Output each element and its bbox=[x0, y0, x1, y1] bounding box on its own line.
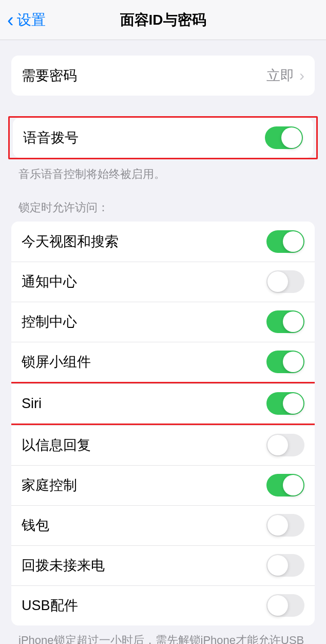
lock-access-toggle[interactable] bbox=[266, 514, 304, 537]
lock-access-row: 家庭控制 bbox=[11, 465, 315, 505]
lock-access-footer: iPhone锁定超过一小时后，需先解锁iPhone才能允许USB配件连接。 bbox=[18, 633, 308, 644]
lock-access-row: 通知中心 bbox=[11, 262, 315, 302]
lock-access-label: 以信息回复 bbox=[22, 436, 266, 454]
voice-dial-footer: 音乐语音控制将始终被启用。 bbox=[18, 167, 308, 182]
lock-access-row: 控制中心 bbox=[11, 302, 315, 342]
chevron-left-icon: ‹ bbox=[7, 10, 14, 30]
lock-access-group: 今天视图和搜索通知中心控制中心锁屏小组件Siri以信息回复家庭控制钱包回拨未接来… bbox=[11, 222, 315, 625]
lock-access-toggle[interactable] bbox=[266, 230, 304, 253]
lock-access-toggle[interactable] bbox=[266, 474, 304, 496]
require-passcode-row[interactable]: 需要密码 立即 › bbox=[11, 56, 315, 96]
lock-access-row: USB配件 bbox=[11, 585, 315, 625]
voice-dial-toggle[interactable] bbox=[265, 126, 303, 149]
lock-access-row: 以信息回复 bbox=[11, 425, 315, 465]
highlight-siri: Siri bbox=[11, 382, 315, 425]
lock-access-row: 今天视图和搜索 bbox=[11, 222, 315, 262]
lock-access-label: 锁屏小组件 bbox=[22, 353, 266, 371]
lock-access-row: Siri bbox=[11, 383, 315, 424]
lock-access-toggle[interactable] bbox=[266, 434, 304, 456]
back-button[interactable]: ‹ 设置 bbox=[7, 10, 46, 30]
lock-access-label: USB配件 bbox=[22, 596, 266, 615]
require-passcode-label: 需要密码 bbox=[22, 66, 266, 85]
lock-access-toggle[interactable] bbox=[266, 554, 304, 577]
lock-access-label: 控制中心 bbox=[22, 312, 266, 331]
lock-access-row: 回拨未接来电 bbox=[11, 545, 315, 585]
lock-access-label: 今天视图和搜索 bbox=[22, 232, 266, 251]
lock-access-toggle[interactable] bbox=[266, 310, 304, 333]
lock-access-toggle[interactable] bbox=[266, 392, 304, 415]
lock-access-header: 锁定时允许访问： bbox=[18, 200, 308, 215]
lock-access-label: 钱包 bbox=[22, 516, 266, 535]
lock-access-label: 家庭控制 bbox=[22, 476, 266, 494]
lock-access-label: 回拨未接来电 bbox=[22, 556, 266, 575]
chevron-right-icon: › bbox=[299, 68, 304, 83]
back-label: 设置 bbox=[17, 10, 46, 30]
nav-bar: ‹ 设置 面容ID与密码 bbox=[0, 0, 326, 40]
lock-access-toggle[interactable] bbox=[266, 270, 304, 293]
highlight-voice-dial: 语音拨号 bbox=[8, 116, 318, 159]
voice-dial-label: 语音拨号 bbox=[23, 128, 265, 147]
lock-access-toggle[interactable] bbox=[266, 594, 304, 617]
lock-access-label: Siri bbox=[22, 396, 266, 412]
lock-access-label: 通知中心 bbox=[22, 272, 266, 291]
voice-dial-row: 语音拨号 bbox=[13, 118, 313, 158]
lock-access-toggle[interactable] bbox=[266, 351, 304, 373]
require-passcode-value: 立即 bbox=[266, 66, 294, 85]
lock-access-row: 锁屏小组件 bbox=[11, 342, 315, 382]
lock-access-row: 钱包 bbox=[11, 505, 315, 545]
page-title: 面容ID与密码 bbox=[120, 10, 206, 30]
require-passcode-group: 需要密码 立即 › bbox=[11, 56, 315, 96]
